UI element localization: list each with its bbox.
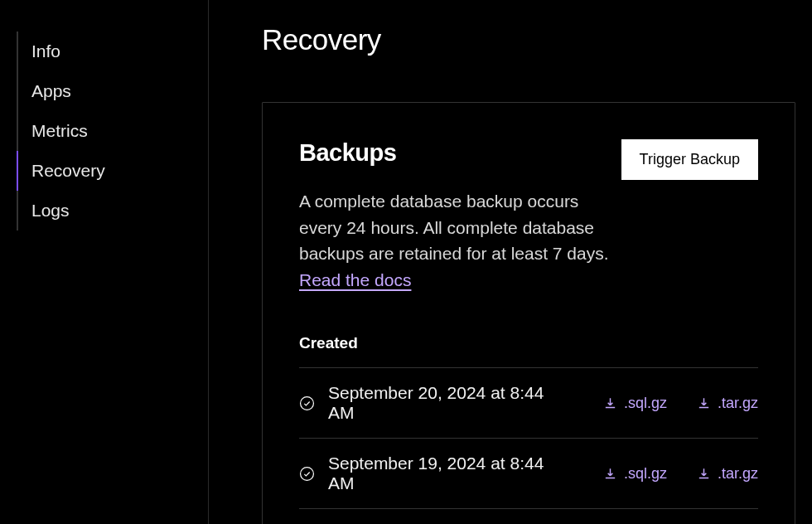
backups-table: Created September 20, 2024 at 8:44 AM .s… <box>299 334 758 524</box>
download-sqlgz-link[interactable]: .sql.gz <box>603 395 667 412</box>
download-icon <box>603 467 617 481</box>
check-icon <box>299 395 315 411</box>
table-row: September 20, 2024 at 8:44 AM .sql.gz .t… <box>299 368 758 439</box>
download-ext-label: .sql.gz <box>624 395 667 412</box>
main-content: Recovery Backups Trigger Backup A comple… <box>209 0 812 524</box>
download-sqlgz-link[interactable]: .sql.gz <box>603 465 667 483</box>
download-ext-label: .tar.gz <box>718 395 758 412</box>
backup-date: September 20, 2024 at 8:44 AM <box>328 383 573 423</box>
sidebar-item-logs[interactable]: Logs <box>17 191 208 230</box>
download-icon <box>697 467 711 481</box>
svg-point-0 <box>301 396 314 410</box>
download-icon <box>603 396 617 410</box>
backups-title: Backups <box>299 139 396 167</box>
backup-date: September 19, 2024 at 8:44 AM <box>328 454 573 493</box>
sidebar-item-info[interactable]: Info <box>17 32 208 71</box>
backups-description-text: A complete database backup occurs every … <box>299 192 609 263</box>
check-icon <box>299 466 315 482</box>
backups-card: Backups Trigger Backup A complete databa… <box>262 102 795 524</box>
page-title: Recovery <box>262 23 795 56</box>
backups-description: A complete database backup occurs every … <box>299 188 614 293</box>
download-targz-link[interactable]: .tar.gz <box>697 395 758 412</box>
sidebar-item-apps[interactable]: Apps <box>17 71 208 111</box>
read-docs-link[interactable]: Read the docs <box>299 270 411 289</box>
sidebar-item-recovery[interactable]: Recovery <box>17 151 208 191</box>
table-header-created: Created <box>299 334 758 368</box>
card-header: Backups Trigger Backup <box>299 139 758 180</box>
download-ext-label: .sql.gz <box>624 465 667 483</box>
svg-point-1 <box>301 467 314 480</box>
download-targz-link[interactable]: .tar.gz <box>697 465 758 483</box>
trigger-backup-button[interactable]: Trigger Backup <box>621 139 758 180</box>
download-ext-label: .tar.gz <box>718 465 758 483</box>
table-row: September 18, 2024 at 8:44 AM .sql.gz .t… <box>299 509 758 524</box>
table-row: September 19, 2024 at 8:44 AM .sql.gz .t… <box>299 439 758 509</box>
download-icon <box>697 396 711 410</box>
sidebar-item-metrics[interactable]: Metrics <box>17 111 208 151</box>
sidebar: Info Apps Metrics Recovery Logs <box>0 0 209 524</box>
